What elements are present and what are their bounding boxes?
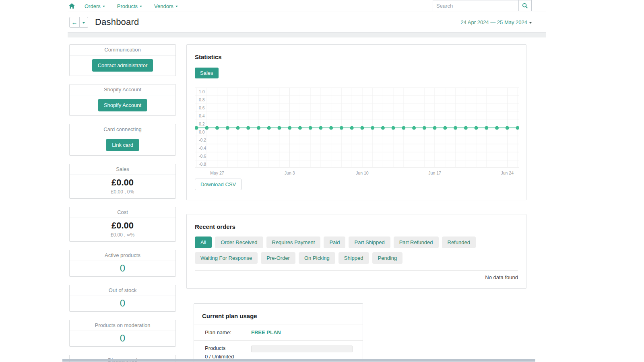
filter-chip-shipped[interactable]: Shipped bbox=[339, 252, 369, 264]
sidebar-panel-active-products: Active products0 bbox=[69, 250, 176, 277]
search-group bbox=[433, 0, 532, 11]
chevron-down-icon bbox=[83, 22, 85, 24]
home-button[interactable] bbox=[69, 3, 75, 9]
back-arrow-icon: ← bbox=[72, 19, 78, 26]
svg-text:1.0: 1.0 bbox=[199, 89, 205, 94]
svg-text:0.4: 0.4 bbox=[199, 113, 205, 118]
recent-orders-title: Recent orders bbox=[195, 223, 518, 230]
svg-text:0.2: 0.2 bbox=[199, 121, 205, 126]
nav-item-vendors[interactable]: Vendors bbox=[154, 3, 178, 9]
statistics-title: Statistics bbox=[195, 53, 518, 60]
plan-products-usage: 0 / Unlimited bbox=[205, 354, 251, 360]
count-value: 0 bbox=[70, 263, 175, 274]
svg-text:-0.6: -0.6 bbox=[199, 154, 206, 158]
filter-chip-part-refunded[interactable]: Part Refunded bbox=[394, 237, 439, 248]
metric-subvalue: £0.00 , 0% bbox=[70, 189, 175, 195]
sidebar-panel-products-on-moderation: Products on moderation0 bbox=[69, 320, 176, 347]
svg-text:-0.8: -0.8 bbox=[199, 162, 206, 167]
plan-name-row: Plan name: FREE PLAN bbox=[194, 325, 363, 340]
search-icon bbox=[522, 3, 528, 9]
back-button[interactable]: ← bbox=[69, 17, 80, 28]
svg-text:Jun 24: Jun 24 bbox=[501, 171, 514, 175]
search-button[interactable] bbox=[519, 0, 532, 11]
main-column: Statistics Sales 1.00.80.60.40.20.0-0.2-… bbox=[186, 44, 526, 362]
products-progress-bar bbox=[251, 346, 353, 352]
plan-usage-panel: Current plan usage Plan name: FREE PLAN … bbox=[194, 303, 363, 362]
metric-value: £0.00 bbox=[70, 177, 175, 188]
top-navbar: OrdersProductsVendors bbox=[68, 0, 546, 12]
contact-administrator-button[interactable]: Contact administrator bbox=[92, 59, 153, 72]
filter-chip-part-shipped[interactable]: Part Shipped bbox=[349, 237, 390, 248]
chevron-down-icon bbox=[175, 6, 178, 7]
orders-empty-message: No data found bbox=[195, 270, 518, 280]
chevron-down-icon bbox=[103, 6, 105, 7]
nav-item-label: Orders bbox=[85, 3, 101, 9]
search-input[interactable] bbox=[433, 0, 519, 11]
app-container: OrdersProductsVendors ← Dashboard 24 Apr… bbox=[68, 0, 546, 359]
metric-value: £0.00 bbox=[70, 220, 175, 231]
svg-text:0.8: 0.8 bbox=[199, 97, 205, 102]
sidebar-panel-out-of-stock: Out of stock0 bbox=[69, 285, 176, 312]
nav-links: OrdersProductsVendors bbox=[85, 2, 190, 10]
sidebar-panel-title: Active products bbox=[70, 250, 175, 261]
sidebar-panel-title: Products on moderation bbox=[70, 320, 175, 331]
link-card-button[interactable]: Link card bbox=[106, 139, 139, 151]
filter-chip-pre-order[interactable]: Pre-Order bbox=[261, 252, 295, 264]
filter-chip-refunded[interactable]: Refunded bbox=[442, 237, 476, 248]
shopify-account-button[interactable]: Shopify Account bbox=[98, 99, 147, 111]
sidebar-panel-title: Sales bbox=[70, 164, 175, 175]
plan-usage-title: Current plan usage bbox=[194, 304, 363, 325]
sidebar-panel-sales: Sales£0.00£0.00 , 0% bbox=[69, 164, 176, 199]
page-header: ← Dashboard 24 Apr 2024 — 25 May 2024 bbox=[68, 17, 546, 28]
home-icon bbox=[69, 3, 75, 9]
filter-chip-paid[interactable]: Paid bbox=[324, 237, 345, 248]
header-divider-strip bbox=[68, 32, 546, 37]
svg-text:Jun 10: Jun 10 bbox=[356, 171, 369, 175]
nav-item-label: Vendors bbox=[154, 3, 173, 9]
filter-chip-waiting-for-response[interactable]: Waiting For Response bbox=[195, 252, 258, 264]
plan-name-value: FREE PLAN bbox=[251, 329, 281, 335]
svg-text:-0.2: -0.2 bbox=[199, 138, 206, 142]
svg-text:Jun 3: Jun 3 bbox=[285, 171, 295, 175]
plan-name-label: Plan name: bbox=[205, 329, 251, 335]
svg-text:0.6: 0.6 bbox=[199, 105, 205, 110]
nav-item-products[interactable]: Products bbox=[117, 3, 142, 9]
download-csv-button[interactable]: Download CSV bbox=[195, 179, 242, 190]
filter-chip-order-received[interactable]: Order Received bbox=[215, 237, 263, 248]
plan-products-label: Products 0 / Unlimited bbox=[205, 345, 251, 360]
order-status-filters: AllOrder ReceivedRequires PaymentPaidPar… bbox=[195, 237, 518, 264]
recent-orders-panel: Recent orders AllOrder ReceivedRequires … bbox=[186, 214, 526, 289]
metric-subvalue: £0.00 , ∞% bbox=[70, 232, 175, 238]
sales-chart: 1.00.80.60.40.20.0-0.2-0.4-0.6-0.8May 27… bbox=[195, 85, 519, 178]
sidebar-panel-cost: Cost£0.00£0.00 , ∞% bbox=[69, 207, 176, 242]
sidebar-panel-title: Shopify Account bbox=[70, 84, 175, 95]
svg-text:0.0: 0.0 bbox=[199, 130, 205, 134]
sidebar-panel-title: Out of stock bbox=[70, 285, 175, 296]
svg-text:-0.4: -0.4 bbox=[199, 146, 206, 150]
date-range-selector[interactable]: 24 Apr 2024 — 25 May 2024 bbox=[460, 19, 532, 25]
chevron-down-icon bbox=[529, 22, 532, 24]
horizontal-scrollbar[interactable] bbox=[62, 359, 535, 362]
sidebar-panel-card-connecting: Card connectingLink card bbox=[69, 124, 176, 156]
nav-item-orders[interactable]: Orders bbox=[85, 3, 105, 9]
statistics-panel: Statistics Sales 1.00.80.60.40.20.0-0.2-… bbox=[186, 44, 526, 200]
back-dropdown-button[interactable] bbox=[80, 17, 88, 28]
filter-chip-pending[interactable]: Pending bbox=[372, 252, 403, 264]
sidebar-panel-title: Cost bbox=[70, 207, 175, 218]
back-button-group: ← bbox=[69, 17, 88, 28]
filter-chip-on-picking[interactable]: On Picking bbox=[299, 252, 335, 264]
sidebar-panel-title: Card connecting bbox=[70, 124, 175, 135]
sidebar-panel-shopify-account: Shopify AccountShopify Account bbox=[69, 84, 176, 116]
chevron-down-icon bbox=[140, 6, 142, 7]
plan-products-row: Products 0 / Unlimited bbox=[194, 340, 363, 362]
filter-chip-requires-payment[interactable]: Requires Payment bbox=[266, 237, 321, 248]
count-value: 0 bbox=[70, 298, 175, 309]
sidebar: CommunicationContact administratorShopif… bbox=[69, 44, 176, 362]
tab-sales[interactable]: Sales bbox=[195, 68, 219, 78]
page-title: Dashboard bbox=[95, 17, 139, 27]
svg-text:Jun 17: Jun 17 bbox=[428, 171, 441, 175]
filter-chip-all[interactable]: All bbox=[195, 237, 212, 248]
nav-item-label: Products bbox=[117, 3, 138, 9]
sidebar-panel-communication: CommunicationContact administrator bbox=[69, 44, 176, 76]
svg-text:May 27: May 27 bbox=[210, 171, 224, 175]
